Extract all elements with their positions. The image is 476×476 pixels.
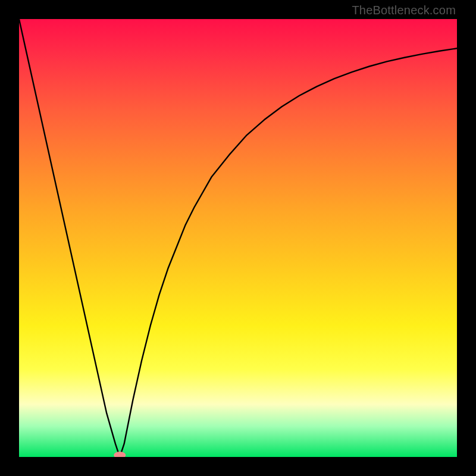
attribution-text: TheBottleneck.com xyxy=(352,4,456,17)
chart-container: TheBottleneck.com xyxy=(0,0,476,476)
bottleneck-curve xyxy=(19,19,457,457)
curve-overlay xyxy=(19,19,457,457)
minimum-marker xyxy=(114,452,126,457)
plot-area xyxy=(19,19,457,457)
